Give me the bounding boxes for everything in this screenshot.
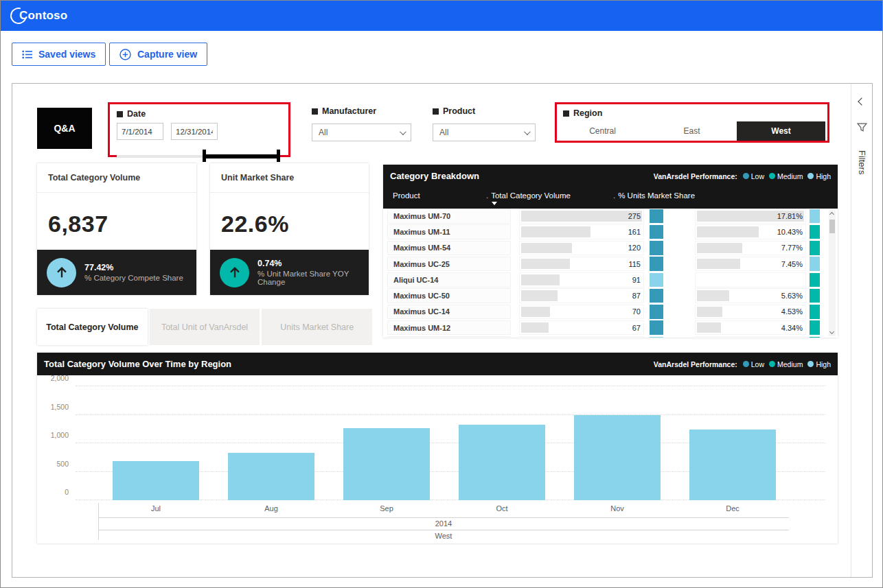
volume-bar <box>521 226 590 237</box>
sort-descending-icon <box>492 202 497 205</box>
performance-indicator <box>650 225 663 239</box>
volume-value: 161 <box>628 225 641 239</box>
volume-bar <box>521 243 572 254</box>
region-option-west[interactable]: West <box>737 121 825 141</box>
saved-views-button[interactable]: Saved views <box>12 43 106 66</box>
chart-bar-slot <box>98 386 214 500</box>
volume-cell: 67 <box>519 320 644 336</box>
volume-cell <box>519 336 644 338</box>
tab-units-market-share[interactable]: Units Market Share <box>262 309 372 345</box>
chart-bar-jul[interactable] <box>113 461 199 500</box>
share-bar <box>697 307 722 318</box>
share-value: 4.53% <box>781 305 803 319</box>
share-cell: 7.77% <box>695 241 806 256</box>
kpi-title: Total Category Volume <box>37 163 196 193</box>
chart-header: Total Category Volume Over Time by Regio… <box>37 353 838 375</box>
volume-cell: 120 <box>519 241 644 256</box>
tab-total-unit-of-vanarsdel[interactable]: Total Unit of VanArsdel <box>150 309 260 345</box>
kpi-value: 6,837 <box>37 193 196 237</box>
product-cell: Maximus UM-70 <box>387 209 511 224</box>
share-value: 7.45% <box>781 257 803 271</box>
volume-cell: 275 <box>519 209 644 224</box>
tab-total-category-volume[interactable]: Total Category Volume <box>37 309 148 345</box>
chart-bar-aug[interactable] <box>228 453 314 500</box>
product-cell: Maximus UM-11 <box>387 224 511 239</box>
volume-value: 91 <box>632 273 641 287</box>
chart-bar-oct[interactable] <box>459 425 545 500</box>
scroll-down-icon[interactable] <box>829 329 834 334</box>
kpi-change: 77.42% <box>84 263 183 272</box>
performance-indicator <box>650 209 663 224</box>
performance-indicator <box>810 337 820 338</box>
share-cell: 7.45% <box>695 257 806 272</box>
column-header-product[interactable]: Product <box>393 191 420 200</box>
filters-label[interactable]: Filters <box>857 150 867 174</box>
capture-view-button[interactable]: Capture view <box>109 43 207 66</box>
legend-dot-icon <box>743 173 749 179</box>
table-row[interactable]: Maximus UC-251157.45% <box>387 257 823 272</box>
y-axis-label: 500 <box>38 460 69 468</box>
chart-bar-slot <box>560 386 675 500</box>
contoso-arc-icon <box>8 5 30 27</box>
share-bar <box>697 322 721 333</box>
kpi-value: 22.6% <box>210 193 369 237</box>
slider-selected-range[interactable] <box>203 154 279 158</box>
x-axis-labels: JulAugSepOctNovDec <box>98 504 790 513</box>
legend-item-label: High <box>816 172 831 180</box>
table-row[interactable]: Maximus UM-7027517.81% <box>387 209 823 224</box>
filter-funnel-icon[interactable] <box>857 122 867 132</box>
slicer-square-icon <box>563 110 569 117</box>
column-header-share[interactable]: .% Units Market Share <box>613 191 695 200</box>
slider-handle-right[interactable] <box>277 150 280 162</box>
chevron-down-icon <box>400 128 406 135</box>
chart-legend: VanArsdel Performance: LowMediumHigh <box>654 360 831 368</box>
slider-handle-left[interactable] <box>203 150 206 162</box>
column-header-volume[interactable]: .Total Category Volume <box>486 191 571 200</box>
table-row[interactable]: Aliqui UC-1491 <box>387 272 823 287</box>
legend-dot-icon <box>807 173 814 179</box>
volume-bar <box>521 211 642 222</box>
performance-indicator <box>810 305 820 319</box>
table-row[interactable]: Maximus UC-50875.63% <box>387 288 823 303</box>
table-title: Category Breakdown <box>390 171 479 181</box>
date-start-input[interactable] <box>117 123 163 140</box>
contoso-logo: Contoso <box>14 9 67 23</box>
volume-bar <box>521 274 560 285</box>
legend-dot-icon <box>769 361 775 367</box>
chart-bar-dec[interactable] <box>689 430 776 500</box>
chart-bar-slot <box>214 386 329 500</box>
chart-bar-nov[interactable] <box>574 415 661 500</box>
table-row[interactable]: Maximus UM-12674.34% <box>387 320 823 336</box>
scrollbar-thumb[interactable] <box>829 220 835 233</box>
manufacturer-dropdown-value: All <box>319 128 328 137</box>
topbar: Contoso <box>1 1 882 31</box>
date-slicer-title-text: Date <box>127 109 146 119</box>
date-end-input[interactable] <box>171 123 218 140</box>
kpi-change: 0.74% <box>257 259 359 268</box>
share-cell: 10.43% <box>695 224 806 239</box>
performance-indicator <box>810 257 820 271</box>
kpi-footer: 0.74% % Unit Market Share YOY Change <box>210 250 369 295</box>
table-row[interactable]: Maximus UM-541207.77% <box>387 241 823 256</box>
table-row[interactable]: Maximus UM-1116110.43% <box>387 224 823 239</box>
chart-bar-sep[interactable] <box>343 428 430 500</box>
region-option-east[interactable]: East <box>647 121 736 141</box>
table-row[interactable]: Maximus UC-14704.53% <box>387 305 823 320</box>
qna-tile[interactable]: Q&A <box>37 108 92 149</box>
product-slicer-title: Product <box>433 106 546 116</box>
collapse-chevron-icon[interactable] <box>858 97 865 105</box>
x-axis-label: Oct <box>444 504 560 513</box>
volume-value: 70 <box>632 305 641 319</box>
performance-indicator <box>650 289 663 303</box>
share-value: 7.77% <box>781 242 803 255</box>
scroll-up-icon[interactable] <box>829 212 834 217</box>
list-icon <box>22 50 32 59</box>
manufacturer-dropdown[interactable]: All <box>312 124 411 141</box>
table-row[interactable] <box>387 336 823 338</box>
region-option-central[interactable]: Central <box>558 121 647 141</box>
share-bar <box>697 290 729 301</box>
column-header-volume-text: Total Category Volume <box>491 191 571 200</box>
date-range-slider[interactable] <box>117 150 282 162</box>
table-scrollbar[interactable] <box>829 210 836 336</box>
product-dropdown[interactable]: All <box>433 124 536 141</box>
